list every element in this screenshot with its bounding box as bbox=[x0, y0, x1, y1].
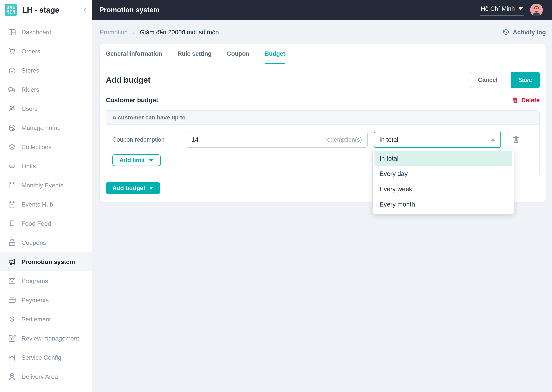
sidebar-item-coupons[interactable]: Coupons bbox=[0, 233, 92, 252]
coupon-redemption-label: Coupon redemption bbox=[112, 136, 180, 143]
megaphone-icon bbox=[8, 258, 16, 266]
sidebar-item-food-feed[interactable]: Food Feed bbox=[0, 214, 92, 233]
save-button[interactable]: Save bbox=[511, 72, 540, 88]
sidebar-item-review-management[interactable]: Review management bbox=[0, 329, 92, 348]
sidebar-item-label: Payments bbox=[22, 297, 49, 304]
layers-icon bbox=[8, 143, 16, 151]
budget-header-row: Add budget Cancel Save bbox=[106, 72, 540, 88]
users-icon bbox=[8, 104, 16, 113]
history-icon bbox=[502, 28, 510, 36]
frequency-select-value: In total bbox=[379, 136, 490, 143]
credit-card-icon bbox=[8, 296, 16, 305]
avatar[interactable] bbox=[530, 4, 543, 16]
sidebar-item-label: Links bbox=[22, 163, 36, 170]
dropdown-option-every-month[interactable]: Every month bbox=[375, 197, 512, 212]
customer-budget-row: Customer budget Delete bbox=[106, 97, 540, 104]
coupon-redemption-row: Coupon redemption 14 redemption(s) In to… bbox=[112, 132, 533, 148]
sidebar-item-label: Dashboard bbox=[22, 29, 51, 36]
sidebar: BAE MIN LH - stage ‹ Dashboard Orders St… bbox=[0, 0, 92, 392]
tab-rule-setting[interactable]: Rule setting bbox=[178, 45, 212, 64]
activity-log-label: Activity log bbox=[513, 29, 546, 36]
sidebar-item-label: Events Hub bbox=[22, 201, 53, 208]
bookmark-icon bbox=[8, 219, 16, 228]
sidebar-item-events-hub[interactable]: Events Hub bbox=[0, 195, 92, 214]
breadcrumb-current: Giảm đến 2000đ một số món bbox=[140, 29, 219, 36]
sidebar-item-manage-home[interactable]: Manage home bbox=[0, 118, 92, 137]
sidebar-item-label: Settlement bbox=[22, 316, 51, 323]
trash-icon bbox=[512, 97, 519, 104]
sidebar-item-label: Delivery Area bbox=[22, 373, 58, 380]
app-root: BAE MIN LH - stage ‹ Dashboard Orders St… bbox=[0, 0, 552, 392]
sidebar-item-dashboard[interactable]: Dashboard bbox=[0, 23, 92, 42]
sidebar-item-label: Coupons bbox=[22, 239, 46, 246]
map-pin-icon bbox=[8, 372, 16, 381]
tab-budget[interactable]: Budget bbox=[265, 45, 285, 64]
sidebar-item-programs[interactable]: Programs bbox=[0, 271, 92, 291]
sidebar-item-label: Manage home bbox=[22, 124, 61, 132]
sidebar-item-label: Monthly Events bbox=[22, 182, 64, 189]
page-title: Promotion system bbox=[99, 6, 479, 14]
sidebar-item-delivery-area[interactable]: Delivery Area bbox=[0, 367, 92, 386]
sidebar-item-links[interactable]: Links bbox=[0, 157, 92, 176]
redemption-unit-suffix: redemption(s) bbox=[325, 136, 362, 143]
frequency-dropdown-menu: In total Every day Every week Every mont… bbox=[373, 149, 514, 214]
dropdown-option-in-total[interactable]: In total bbox=[375, 151, 512, 166]
sidebar-item-label: Programs bbox=[22, 278, 48, 285]
customer-budget-title: Customer budget bbox=[106, 97, 512, 104]
sliders-icon bbox=[8, 353, 16, 362]
chevron-up-icon bbox=[490, 138, 495, 141]
store-icon bbox=[8, 66, 16, 75]
sidebar-item-label: Promotion system bbox=[22, 259, 75, 266]
region-label: Hồ Chí Minh bbox=[481, 5, 515, 12]
tab-general-information[interactable]: General information bbox=[106, 45, 162, 64]
remove-limit-trash-icon[interactable] bbox=[512, 135, 520, 144]
cart-icon bbox=[8, 47, 16, 56]
sidebar-item-promotion-system[interactable]: Promotion system bbox=[0, 252, 92, 271]
tab-bar: General information Rule setting Coupon … bbox=[100, 44, 546, 64]
sidebar-item-collections[interactable]: Collections bbox=[0, 137, 92, 157]
sidebar-item-label: Review management bbox=[22, 335, 79, 342]
dollar-icon bbox=[8, 315, 16, 324]
breadcrumb: Promotion › Giảm đến 2000đ một số món bbox=[100, 28, 502, 36]
topbar-right: Hồ Chí Minh bbox=[479, 4, 543, 16]
dashboard-icon bbox=[8, 28, 16, 36]
dropdown-option-every-week[interactable]: Every week bbox=[375, 182, 512, 197]
calendar-icon bbox=[8, 181, 16, 190]
section-heading: Add budget bbox=[106, 75, 470, 84]
gift-icon bbox=[8, 238, 16, 247]
sidebar-item-label: Stores bbox=[22, 67, 39, 74]
sidebar-item-label: Food Feed bbox=[22, 220, 51, 227]
sidebar-nav: Dashboard Orders Stores Riders Users Man bbox=[0, 20, 92, 392]
sidebar-item-monthly-events[interactable]: Monthly Events bbox=[0, 176, 92, 195]
link-icon bbox=[8, 162, 16, 171]
chevron-down-icon bbox=[149, 187, 154, 189]
sidebar-item-label: Collections bbox=[22, 144, 51, 151]
sidebar-item-orders[interactable]: Orders bbox=[0, 42, 92, 61]
frequency-select[interactable]: In total bbox=[374, 132, 501, 148]
add-budget-button[interactable]: Add budget bbox=[106, 182, 160, 194]
sidebar-item-label: Orders bbox=[22, 48, 40, 55]
redemption-count-input[interactable]: 14 redemption(s) bbox=[186, 132, 368, 148]
globe-icon bbox=[8, 123, 16, 132]
edit-icon bbox=[8, 334, 16, 343]
baemin-logo: BAE MIN bbox=[5, 4, 17, 16]
sidebar-collapse-icon[interactable]: ‹ bbox=[84, 5, 87, 15]
activity-log-button[interactable]: Activity log bbox=[502, 28, 546, 36]
region-selector[interactable]: Hồ Chí Minh bbox=[479, 4, 524, 16]
add-limit-label: Add limit bbox=[119, 157, 145, 164]
limit-box-header: A customer can have up to bbox=[106, 111, 539, 125]
delete-budget-button[interactable]: Delete bbox=[512, 97, 540, 104]
sidebar-item-riders[interactable]: Riders bbox=[0, 80, 92, 99]
sidebar-header: BAE MIN LH - stage ‹ bbox=[0, 0, 92, 20]
tab-coupon[interactable]: Coupon bbox=[227, 45, 249, 64]
sidebar-item-stores[interactable]: Stores bbox=[0, 61, 92, 80]
dropdown-option-every-day[interactable]: Every day bbox=[375, 166, 512, 182]
sidebar-item-service-config[interactable]: Service Config bbox=[0, 348, 92, 367]
cancel-button[interactable]: Cancel bbox=[470, 72, 506, 88]
add-limit-button[interactable]: Add limit bbox=[112, 154, 161, 166]
sidebar-item-users[interactable]: Users bbox=[0, 99, 92, 118]
calendar-check-icon bbox=[8, 277, 16, 285]
sidebar-item-payments[interactable]: Payments bbox=[0, 291, 92, 310]
breadcrumb-parent-link[interactable]: Promotion bbox=[100, 29, 128, 36]
sidebar-item-settlement[interactable]: Settlement bbox=[0, 310, 92, 329]
